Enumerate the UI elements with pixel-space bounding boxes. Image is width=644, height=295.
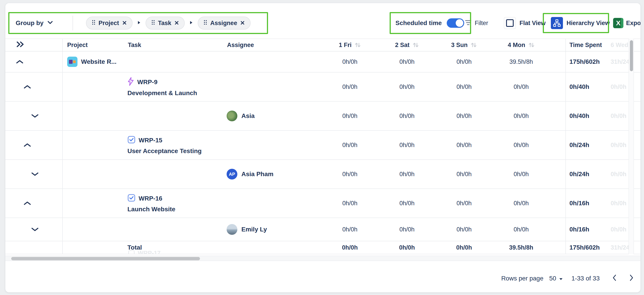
collapse-row-button[interactable] bbox=[23, 201, 31, 206]
expand-row-button[interactable] bbox=[31, 172, 39, 177]
flat-view-checkbox[interactable] bbox=[504, 17, 516, 29]
task-title: Launch Website bbox=[128, 206, 175, 213]
filter-button[interactable]: Filter bbox=[465, 12, 488, 34]
ghost-next-column-value: 0h/0h bbox=[611, 226, 628, 233]
day-value-cell: 0h/0h bbox=[321, 131, 378, 159]
project-name: Website R... bbox=[81, 58, 116, 65]
flat-view-label: Flat View bbox=[520, 20, 546, 27]
issue-key[interactable]: WRP-15 bbox=[138, 137, 162, 144]
sort-icon[interactable] bbox=[412, 42, 419, 48]
assignee-cell[interactable]: Asia bbox=[224, 102, 321, 130]
task-cell[interactable]: WRP-9Development & Launch bbox=[125, 72, 224, 101]
day-value-cell: 0h/0h bbox=[321, 160, 378, 188]
expand-row-button[interactable] bbox=[31, 227, 39, 232]
column-header-day[interactable]: 2 Sat bbox=[378, 39, 436, 51]
drag-dots-icon[interactable] bbox=[92, 20, 96, 27]
story-bolt-icon bbox=[128, 77, 134, 87]
table-row: Asia0h/0h0h/0h0h/0h0h/0h0h/40h0h/0h bbox=[5, 102, 640, 131]
day-value-cell: 0h/0h bbox=[378, 160, 436, 188]
sort-icon[interactable] bbox=[354, 42, 361, 48]
day-value-cell: 0h/0h bbox=[378, 51, 436, 72]
group-by-label: Group by bbox=[16, 19, 44, 27]
collapse-row-button[interactable] bbox=[23, 84, 31, 89]
chip-assignee[interactable]: Assignee bbox=[198, 16, 250, 29]
issue-key[interactable]: WRP-16 bbox=[138, 195, 162, 202]
day-value-cell: 0h/0h bbox=[378, 218, 436, 241]
close-icon[interactable] bbox=[174, 20, 179, 27]
ghost-next-column-value: 31h/24 bbox=[611, 244, 628, 251]
day-value-cell: 0h/0h bbox=[436, 51, 493, 72]
expander-cell bbox=[5, 51, 63, 72]
pagination-bar: Rows per page 50 1-33 of 33 bbox=[501, 271, 634, 286]
rows-per-page-select[interactable]: 50 bbox=[549, 275, 563, 282]
collapse-row-button[interactable] bbox=[23, 143, 31, 147]
day-value-cell: 0h/0h bbox=[493, 102, 550, 130]
expand-row-button[interactable] bbox=[31, 113, 39, 118]
assignee-name: Emily Ly bbox=[242, 226, 267, 233]
chip-project[interactable]: Project bbox=[86, 16, 132, 29]
vertical-scrollbar[interactable] bbox=[628, 38, 634, 254]
ghost-next-column-value: 0h/0h bbox=[611, 171, 628, 178]
day-value-cell: 0h/0h bbox=[378, 189, 436, 218]
issue-key[interactable]: WRP-9 bbox=[137, 79, 158, 86]
scheduled-time-control: Scheduled time bbox=[396, 12, 464, 34]
assignee-cell[interactable]: Emily Ly bbox=[224, 218, 321, 241]
checkbox-box bbox=[506, 19, 514, 27]
column-header-project: Project bbox=[63, 39, 125, 51]
day-value-cell: 0h/0h bbox=[321, 189, 378, 218]
column-header-assignee: Assignee bbox=[224, 39, 321, 51]
previous-page-button[interactable] bbox=[612, 275, 617, 283]
day-value-cell: 0h/0h bbox=[436, 189, 493, 218]
column-header-day[interactable]: 3 Sun bbox=[436, 39, 493, 51]
screen: Group by Project Task Assignee bbox=[0, 0, 644, 295]
double-chevron-right-icon[interactable] bbox=[16, 41, 25, 49]
total-row: Total0h/0h0h/0h0h/0h39.5h/8h175h/602h31h… bbox=[5, 241, 640, 254]
spacer-cell bbox=[550, 131, 566, 159]
spacer-cell bbox=[550, 51, 566, 72]
vertical-scrollbar-thumb[interactable] bbox=[630, 40, 633, 71]
sort-icon[interactable] bbox=[528, 42, 535, 48]
close-icon[interactable] bbox=[122, 20, 127, 27]
group-by-control[interactable]: Group by bbox=[16, 12, 53, 34]
day-value-cell: 0h/0h bbox=[321, 218, 378, 241]
collapse-row-button[interactable] bbox=[16, 59, 24, 64]
task-cell[interactable]: WRP-16Launch Website bbox=[125, 189, 224, 218]
export-button[interactable]: X Export bbox=[613, 12, 640, 34]
drag-dots-icon[interactable] bbox=[151, 20, 155, 27]
chip-task[interactable]: Task bbox=[146, 16, 185, 29]
ghost-next-column-value: 31h/24 bbox=[611, 58, 628, 65]
sort-icon[interactable] bbox=[470, 42, 477, 48]
chip-project-label: Project bbox=[98, 20, 119, 27]
horizontal-scrollbar[interactable] bbox=[5, 256, 640, 261]
column-header-day[interactable]: 4 Mon bbox=[493, 39, 550, 51]
assignee-cell[interactable]: APAsia Pham bbox=[224, 160, 321, 188]
next-page-button[interactable] bbox=[629, 275, 634, 283]
horizontal-scrollbar-thumb[interactable] bbox=[11, 257, 200, 260]
arrow-right-icon bbox=[190, 20, 193, 25]
ghost-next-column-value: 0h/0h bbox=[611, 83, 628, 90]
ghost-hidden-row: WRP-17 bbox=[128, 250, 160, 254]
hierarchy-view-button[interactable]: Hierarchy View bbox=[551, 12, 610, 34]
task-cell[interactable]: WRP-15User Acceptance Testing bbox=[125, 131, 224, 159]
day-value-cell: 0h/0h bbox=[436, 160, 493, 188]
page-range-label: 1-33 of 33 bbox=[572, 275, 600, 282]
ghost-next-column-value: 0h/0h bbox=[611, 200, 628, 207]
collapse-all-cell[interactable] bbox=[5, 39, 63, 51]
chevron-down-icon bbox=[48, 21, 53, 25]
column-header-day[interactable]: 1 Fri bbox=[321, 39, 378, 51]
column-header-task: Task bbox=[125, 39, 224, 51]
caret-down-icon bbox=[559, 275, 563, 282]
spacer-cell bbox=[550, 72, 566, 101]
timesheet-table: Project Task Assignee 1 Fri 2 Sat 3 Sun … bbox=[5, 38, 640, 254]
scheduled-time-toggle[interactable] bbox=[447, 18, 464, 28]
day-value-cell: 0h/0h bbox=[493, 218, 550, 241]
scheduled-time-label: Scheduled time bbox=[396, 19, 442, 27]
spacer-cell bbox=[550, 189, 566, 218]
drag-dots-icon[interactable] bbox=[204, 20, 207, 27]
day-value-cell: 0h/0h bbox=[378, 102, 436, 130]
day-value-cell: 0h/0h bbox=[378, 72, 436, 101]
project-cell[interactable]: Website R... bbox=[63, 51, 125, 72]
timesheet-card: Group by Project Task Assignee bbox=[5, 3, 640, 292]
group-by-chips: Project Task Assignee bbox=[86, 12, 250, 34]
close-icon[interactable] bbox=[240, 20, 245, 27]
